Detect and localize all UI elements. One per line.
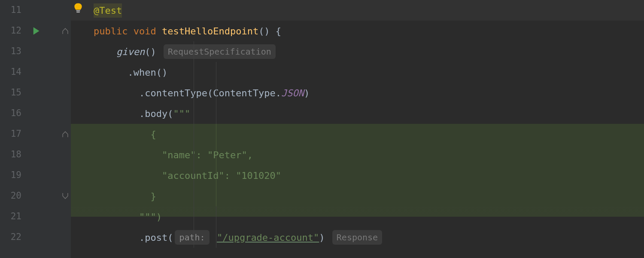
punct-token: ) [319, 230, 325, 245]
indent [71, 127, 150, 141]
run-icon[interactable] [32, 27, 40, 35]
indent [71, 24, 94, 38]
indent-guide [216, 83, 216, 103]
fold-expand-icon[interactable] [62, 193, 68, 199]
indent-guide [194, 144, 194, 165]
string-token: , [247, 148, 253, 162]
code-area[interactable]: @Test public void testHelloEndpoint() { … [71, 0, 644, 258]
code-line[interactable]: "name": "Peter", [71, 144, 644, 165]
indent [71, 148, 162, 162]
line-number: 12 [0, 24, 21, 38]
indent [71, 107, 139, 121]
string-token: : [196, 148, 207, 162]
indent-guide [216, 165, 216, 186]
indent-guide [216, 103, 216, 124]
code-line[interactable]: .when() [71, 62, 644, 83]
indent-guide [216, 206, 216, 227]
indent-guide [194, 62, 194, 83]
code-line[interactable]: public void testHelloEndpoint() { [71, 21, 644, 41]
line-number: 13 [0, 45, 21, 58]
line-number: 11 [0, 3, 21, 17]
punct-token: () { [258, 24, 281, 38]
line-number: 18 [0, 148, 21, 162]
indent-guide [194, 165, 194, 186]
keyword-token: void [134, 24, 156, 38]
svg-rect-1 [76, 12, 80, 12]
gutter-row: 18 [0, 144, 71, 165]
string-token: "101020" [236, 169, 281, 183]
indent-guide [194, 186, 194, 206]
indent [71, 210, 139, 224]
indent-guide [194, 41, 194, 62]
gutter-row: 17 [0, 124, 71, 144]
method-call-token: .when() [128, 65, 167, 80]
indent-guide [194, 124, 194, 144]
string-token: "Peter" [207, 148, 247, 162]
line-number: 14 [0, 65, 21, 79]
indent [71, 86, 139, 100]
indent-guide [194, 103, 194, 124]
code-line[interactable]: .post(path: "/upgrade-account") Response [71, 227, 644, 248]
indent-guide [216, 144, 216, 165]
code-line[interactable]: { [71, 124, 644, 144]
method-call-token: given [116, 45, 145, 59]
gutter-row: 13 [0, 41, 71, 62]
code-line[interactable]: "accountId": "101020" [71, 165, 644, 186]
fold-collapse-icon[interactable] [62, 131, 68, 137]
code-line[interactable]: .body(""" [71, 103, 644, 124]
line-number: 17 [0, 127, 21, 141]
gutter-row: 15 [0, 83, 71, 103]
indent-guide [216, 124, 216, 144]
string-token: "accountId" [162, 169, 225, 183]
indent-guide [216, 227, 216, 248]
code-line[interactable]: given() RequestSpecification [71, 41, 644, 62]
indent [71, 45, 116, 59]
indent [71, 65, 128, 80]
code-line[interactable]: @Test [71, 0, 644, 21]
line-number: 16 [0, 107, 21, 120]
gutter-row: 12 [0, 21, 71, 41]
string-token: } [150, 189, 156, 203]
line-number: 15 [0, 86, 21, 100]
indent [71, 169, 162, 183]
gutter-row: 16 [0, 103, 71, 124]
line-number: 22 [0, 230, 21, 244]
gutter-row: 21 [0, 206, 71, 227]
string-token: "/upgrade-account" [217, 230, 319, 245]
method-name-token: testHelloEndpoint [162, 24, 258, 38]
code-line[interactable]: .contentType(ContentType.JSON) [71, 83, 644, 103]
gutter: 11 12 13 14 15 16 17 18 19 20 [0, 0, 71, 258]
punct-token: ) [304, 86, 310, 100]
annotation-token: @Test [94, 3, 122, 18]
gutter-row: 20 [0, 186, 71, 206]
line-number: 19 [0, 169, 21, 182]
indent [71, 230, 139, 245]
gutter-row: 22 [0, 227, 71, 248]
gutter-row: 14 [0, 62, 71, 83]
inlay-hint: path: [175, 230, 209, 245]
gutter-row: 11 [0, 0, 71, 21]
line-number: 21 [0, 210, 21, 224]
string-token: """ [173, 107, 190, 121]
punct-token: () [145, 45, 156, 59]
string-token: "name" [162, 148, 196, 162]
string-token: """) [139, 210, 162, 224]
code-editor: 11 12 13 14 15 16 17 18 19 20 [0, 0, 644, 258]
indent-guide [194, 83, 194, 103]
gutter-row: 19 [0, 165, 71, 186]
inlay-hint: Response [332, 230, 382, 245]
code-line[interactable]: """) [71, 206, 644, 227]
indent-guide [194, 206, 194, 227]
string-token: { [150, 127, 156, 141]
method-call-token: .body( [139, 107, 173, 121]
lightbulb-icon[interactable] [73, 3, 83, 18]
constant-token: JSON [281, 86, 304, 100]
method-call-token: .post( [139, 230, 173, 245]
indent-guide [194, 227, 194, 248]
indent-guide [216, 186, 216, 206]
string-token: : [225, 169, 236, 183]
method-call-token: .contentType(ContentType. [139, 86, 281, 100]
fold-collapse-icon[interactable] [62, 28, 68, 34]
code-line[interactable]: } [71, 186, 644, 206]
indent [71, 189, 150, 203]
